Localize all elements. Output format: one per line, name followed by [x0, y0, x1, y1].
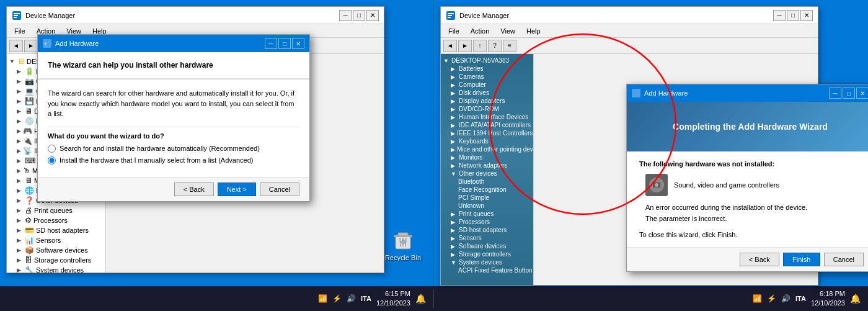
right-tree-display[interactable]: ▶ Display adapters	[441, 97, 533, 105]
ide-icon: 🔌	[23, 137, 32, 145]
right-tree-proc[interactable]: ▶ Processors	[441, 218, 533, 226]
wizard-minimize-btn[interactable]: ─	[265, 38, 277, 49]
right-tree-ieee[interactable]: ▶ IEEE 1394 Host Controllers	[441, 129, 533, 137]
right-tree-ide[interactable]: ▶ IDE ATA/ATAPI controllers	[441, 121, 533, 129]
right-tree-network[interactable]: ▶ Network adapters	[441, 161, 533, 169]
left-wizard-footer: < Back Next > Cancel	[38, 177, 309, 201]
finish-button[interactable]: Finish	[783, 253, 820, 266]
right-tree-monitors[interactable]: ▶ Monitors	[441, 153, 533, 161]
right-tray-network-icon: 📶	[753, 294, 762, 303]
next-button[interactable]: Next >	[218, 183, 256, 196]
forward-toolbar-btn[interactable]: ►	[24, 40, 38, 52]
right-tree-software[interactable]: ▶ Software devices	[441, 242, 533, 250]
radio-auto-label: Search for and install the hardware auto…	[60, 145, 260, 152]
right-tree-cameras[interactable]: ▶ Cameras	[441, 73, 533, 81]
wizard-dialog-title: Add Hardware	[55, 40, 99, 47]
right-tray-volume-icon: 🔊	[781, 294, 790, 303]
minimize-button[interactable]: ─	[339, 10, 352, 21]
right-menu-view[interactable]: View	[495, 26, 520, 36]
right-tree-mice[interactable]: ▶ Mice and other pointing devices	[441, 145, 533, 153]
right-tree-system[interactable]: ▼ System devices	[441, 258, 533, 266]
right-wizard-title-label: Add Hardware	[644, 89, 688, 97]
recycle-bin-icon: ♻	[391, 227, 415, 251]
menu-file[interactable]: File	[9, 26, 30, 36]
right-props-toolbar-btn[interactable]: ≡	[503, 40, 516, 52]
right-tree-acpi[interactable]: ACPI Fixed Feature Button	[441, 266, 533, 274]
maximize-button[interactable]: □	[353, 10, 365, 21]
right-cancel-button[interactable]: Cancel	[824, 253, 864, 266]
left-recycle-bin[interactable]: ♻ Recycle Bin	[385, 227, 421, 261]
svg-rect-2	[14, 15, 18, 16]
right-tree-comp[interactable]: ▶ Computer	[441, 81, 533, 89]
wizard-body-text: The wizard can search for other hardware…	[48, 88, 299, 119]
right-menu-action[interactable]: Action	[466, 26, 495, 36]
hid-icon: 🎮	[23, 127, 32, 135]
left-wizard-header: The wizard can help you install other ha…	[38, 52, 309, 79]
right-forward-toolbar-btn[interactable]: ►	[458, 40, 472, 52]
right-notification-icon[interactable]: 🔔	[850, 294, 861, 304]
right-wizard-min-btn[interactable]: ─	[829, 88, 841, 99]
right-tree-unknown[interactable]: Unknown	[441, 202, 533, 210]
right-tree-bluetooth[interactable]: Bluetooth	[441, 178, 533, 186]
tree-system[interactable]: ▶ 🔧 System devices	[7, 265, 105, 273]
right-tree-panel: ▼ DESKTOP-N5VA383 ▶ Batteries ▶ Cameras …	[441, 54, 534, 285]
left-titlebar: Device Manager ─ □ ✕	[7, 7, 384, 24]
right-back-toolbar-btn[interactable]: ◄	[443, 40, 457, 52]
left-window-title: Device Manager	[25, 12, 75, 19]
tree-sensors[interactable]: ▶ 📊 Sensors	[7, 235, 105, 245]
radio-manual[interactable]: Install the hardware that I manually sel…	[48, 156, 299, 165]
right-up-toolbar-btn[interactable]: ↑	[473, 40, 487, 52]
left-tray-volume-icon: 🔊	[347, 294, 356, 303]
comp-icon: 💻	[25, 87, 34, 96]
right-menu-help[interactable]: Help	[521, 26, 546, 36]
left-wizard-dialog: + Add Hardware ─ □ ✕ The wizard can help…	[37, 34, 310, 202]
right-tree-other[interactable]: ▼ Other devices	[441, 169, 533, 178]
right-wizard-dialog: Add Hardware ─ □ ✕ Completing the Add Ha…	[626, 84, 868, 272]
completing-header: Completing the Add Hardware Wizard	[627, 102, 868, 151]
wizard-close-btn[interactable]: ✕	[292, 38, 304, 49]
right-help-toolbar-btn[interactable]: ?	[488, 40, 502, 52]
tree-proc[interactable]: ▶ ⚙ Processors	[7, 215, 105, 225]
tree-print[interactable]: ▶ 🖨 Print queues	[7, 205, 105, 215]
hw-name: Sound, video and game controllers	[674, 181, 779, 189]
right-minimize-button[interactable]: ─	[773, 10, 786, 21]
right-tree-keyboards[interactable]: ▶ Keyboards	[441, 137, 533, 145]
cancel-button[interactable]: Cancel	[260, 183, 299, 196]
back-toolbar-btn[interactable]: ◄	[9, 40, 23, 52]
left-notification-icon[interactable]: 🔔	[415, 294, 426, 304]
right-tree-sensors[interactable]: ▶ Sensors	[441, 234, 533, 242]
right-close-button[interactable]: ✕	[800, 10, 813, 21]
system-icon: 🔧	[25, 266, 34, 273]
error-message: An error occurred during the installatio…	[645, 204, 861, 211]
right-wizard-max-btn[interactable]: □	[843, 88, 855, 99]
right-tree-dvd[interactable]: ▶ DVD/CD-ROM	[441, 105, 533, 113]
radio-manual-input[interactable]	[48, 156, 56, 165]
right-tree-disk[interactable]: ▶ Disk drives	[441, 89, 533, 97]
right-tree-storage[interactable]: ▶ Storage controllers	[441, 250, 533, 258]
close-button[interactable]: ✕	[366, 10, 379, 21]
back-button[interactable]: < Back	[174, 183, 214, 196]
wizard-maximize-btn[interactable]: □	[278, 38, 291, 49]
tree-software[interactable]: ▶ 📦 Software devices	[7, 245, 105, 255]
right-tree-root[interactable]: ▼ DESKTOP-N5VA383	[441, 56, 533, 65]
radio-auto-input[interactable]	[48, 145, 56, 153]
right-dm-icon	[446, 11, 456, 20]
tree-sd[interactable]: ▶ 💳 SD host adapters	[7, 225, 105, 235]
right-wizard-close-btn[interactable]: ✕	[856, 88, 868, 99]
taskbar: 📶 ⚡ 🔊 ITA 6:15 PM 12/10/2023 🔔 📶 ⚡ 🔊 ITA…	[0, 286, 868, 311]
radio-auto[interactable]: Search for and install the hardware auto…	[48, 145, 299, 153]
right-time: 6:18 PM	[811, 289, 845, 299]
right-tree-pci[interactable]: PCI Simple	[441, 194, 533, 202]
right-tree-human[interactable]: ▶ Human Interface Devices	[441, 113, 533, 121]
right-tree-print[interactable]: ▶ Print queues	[441, 210, 533, 218]
right-menu-file[interactable]: File	[443, 26, 464, 36]
right-back-button[interactable]: < Back	[740, 253, 779, 266]
right-tree-sd[interactable]: ▶ SD host adapters	[441, 226, 533, 234]
left-wizard-body: The wizard can search for other hardware…	[38, 79, 309, 177]
tree-storage[interactable]: ▶ 🗄 Storage controllers	[7, 255, 105, 265]
right-maximize-button[interactable]: □	[787, 10, 799, 21]
svg-point-17	[655, 183, 658, 187]
right-tree-face[interactable]: Face Recognition	[441, 186, 533, 194]
completing-title: Completing the Add Hardware Wizard	[673, 122, 828, 132]
right-tree-batteries[interactable]: ▶ Batteries	[441, 65, 533, 73]
